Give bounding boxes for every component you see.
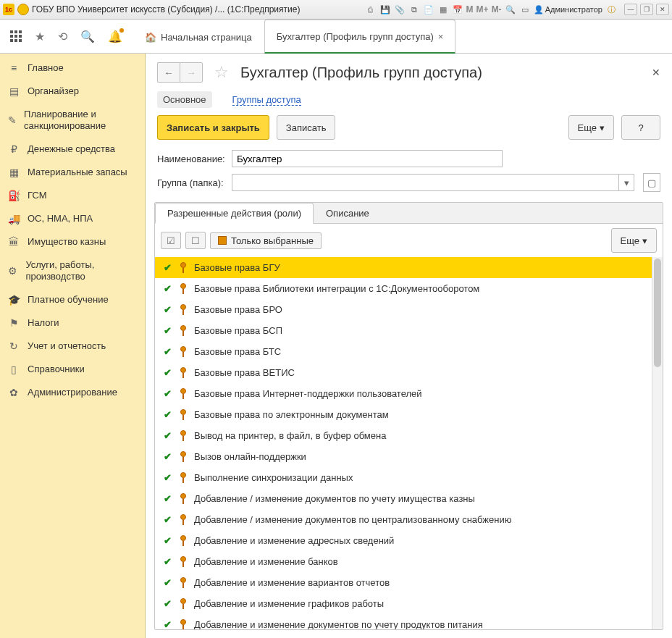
role-label: Добавление / изменение документов по цен…: [194, 514, 511, 525]
forward-button[interactable]: →: [180, 62, 203, 83]
role-row[interactable]: ✔Добавление и изменение вариантов отчето…: [155, 572, 652, 593]
chevron-down-icon[interactable]: ▾: [618, 175, 634, 190]
pin-icon: [180, 325, 187, 336]
sidebar-icon: 🚚: [7, 213, 20, 224]
check-icon: ✔: [162, 346, 172, 357]
role-row[interactable]: ✔Добавление / изменение документов по це…: [155, 509, 652, 530]
role-row[interactable]: ✔Добавление / изменение документов по уч…: [155, 488, 652, 509]
star-icon[interactable]: ★: [35, 30, 45, 43]
sidebar-item-label: Налоги: [28, 317, 59, 329]
tab-close-icon[interactable]: ×: [438, 31, 444, 42]
roles-tab-allowed[interactable]: Разрешенные действия (роли): [155, 203, 314, 224]
calc-m[interactable]: M: [466, 4, 474, 14]
pin-icon: [180, 430, 187, 441]
role-row[interactable]: ✔Вывод на принтер, в файл, в буфер обмен…: [155, 425, 652, 446]
sidebar-item[interactable]: ▯Справочники: [0, 358, 145, 381]
select-all-button[interactable]: ☑: [161, 232, 181, 249]
role-label: Вывод на принтер, в файл, в буфер обмена: [194, 430, 386, 441]
folder-value: [232, 175, 618, 190]
table-icon[interactable]: ▦: [437, 4, 449, 15]
scrollbar-thumb[interactable]: [654, 259, 661, 367]
role-row[interactable]: ✔Базовые права БГУ: [155, 257, 652, 278]
pin-icon: [180, 556, 187, 567]
top-bar: ★ ⟲ 🔍 🔔 🏠 Начальная страница Бухгалтер (…: [0, 20, 672, 54]
sidebar-icon: ↻: [7, 340, 20, 352]
role-label: Базовые права БРО: [194, 304, 282, 315]
sidebar-icon: ▯: [7, 364, 20, 375]
role-row[interactable]: ✔Базовые права БТС: [155, 341, 652, 362]
roles-list: ✔Базовые права БГУ✔Базовые права Библиот…: [155, 257, 663, 629]
calendar-icon[interactable]: 📅: [452, 4, 463, 15]
role-row[interactable]: ✔Добавление и изменение графиков работы: [155, 593, 652, 614]
search-top-icon[interactable]: 🔍: [80, 30, 95, 43]
minimize-button[interactable]: —: [624, 4, 637, 15]
role-row[interactable]: ✔Базовые права по электронным документам: [155, 404, 652, 425]
save-icon[interactable]: 💾: [379, 4, 391, 15]
zoom-icon[interactable]: 🔍: [505, 4, 516, 15]
check-icon: ✔: [162, 262, 172, 273]
subtab-groups[interactable]: Группы доступа: [227, 91, 307, 108]
doc-icon[interactable]: 📄: [423, 4, 434, 15]
sidebar-item[interactable]: ⚙Услуги, работы, производство: [0, 253, 145, 288]
bell-icon[interactable]: 🔔: [108, 30, 122, 43]
role-row[interactable]: ✔Добавление и изменение банков: [155, 551, 652, 572]
roles-tab-desc[interactable]: Описание: [314, 203, 382, 224]
tab-home[interactable]: 🏠 Начальная страница: [133, 20, 264, 53]
role-row[interactable]: ✔Выполнение синхронизации данных: [155, 467, 652, 488]
dropdown-circle-icon[interactable]: [17, 4, 29, 15]
only-selected-button[interactable]: Только выбранные: [210, 232, 322, 249]
open-folder-button[interactable]: ▢: [643, 173, 660, 192]
sidebar-item[interactable]: 🚚ОС, НМА, НПА: [0, 207, 145, 230]
sidebar-item[interactable]: ≡Главное: [0, 56, 145, 80]
restore-button[interactable]: ❐: [640, 4, 653, 15]
favorite-star-icon[interactable]: ☆: [214, 63, 229, 82]
tab-profile[interactable]: Бухгалтер (Профиль групп доступа) ×: [264, 20, 456, 54]
role-row[interactable]: ✔Вызов онлайн-поддержки: [155, 446, 652, 467]
close-window-button[interactable]: ✕: [656, 4, 669, 15]
role-row[interactable]: ✔Базовые права Интернет-поддержки пользо…: [155, 383, 652, 404]
help-button[interactable]: ?: [621, 115, 660, 140]
back-button[interactable]: ←: [157, 62, 180, 83]
sidebar-item-label: Платное обучение: [28, 294, 109, 306]
print-icon[interactable]: ⎙: [365, 4, 377, 15]
sidebar-item[interactable]: 🏛Имущество казны: [0, 230, 145, 253]
sidebar-item[interactable]: ↻Учет и отчетность: [0, 335, 145, 358]
sidebar-item[interactable]: ✎Планирование и санкционирование: [0, 103, 145, 138]
role-row[interactable]: ✔Базовые права БРО: [155, 299, 652, 320]
folder-select[interactable]: ▾: [232, 174, 634, 191]
page-close-button[interactable]: ✕: [652, 67, 660, 78]
sidebar-item[interactable]: ₽Денежные средства: [0, 138, 145, 161]
role-row[interactable]: ✔Добавление и изменение документов по уч…: [155, 614, 652, 629]
calc-m-plus[interactable]: M+: [476, 4, 489, 14]
attach-icon[interactable]: 📎: [394, 4, 406, 15]
apps-icon[interactable]: [10, 30, 22, 42]
name-input[interactable]: [232, 150, 503, 167]
role-row[interactable]: ✔Базовые права БСП: [155, 320, 652, 341]
info-icon[interactable]: ⓘ: [605, 4, 617, 15]
history-icon[interactable]: ⟲: [58, 30, 67, 43]
role-row[interactable]: ✔Добавление и изменение адресных сведени…: [155, 530, 652, 551]
sidebar-item[interactable]: ⛽ГСМ: [0, 184, 145, 207]
compare-icon[interactable]: ⧉: [408, 4, 420, 15]
roles-scrollbar[interactable]: [652, 257, 663, 629]
save-and-close-button[interactable]: Записать и закрыть: [157, 115, 269, 140]
role-row[interactable]: ✔Базовые права Библиотеки интеграции с 1…: [155, 278, 652, 299]
subtab-main[interactable]: Основное: [157, 91, 212, 108]
sidebar-item[interactable]: ⚑Налоги: [0, 311, 145, 335]
sidebar-item[interactable]: 🎓Платное обучение: [0, 288, 145, 311]
more-button[interactable]: Еще▾: [568, 115, 614, 140]
roles-panel: Разрешенные действия (роли) Описание ☑ ☐…: [154, 202, 663, 630]
check-icon: ✔: [162, 598, 172, 609]
calc-icon[interactable]: ▭: [519, 4, 531, 15]
sidebar-icon: 🎓: [7, 294, 20, 306]
sidebar-item[interactable]: ▤Органайзер: [0, 80, 145, 103]
sidebar-item[interactable]: ✿Администрирование: [0, 381, 145, 404]
current-user[interactable]: 👤 Администратор: [534, 5, 602, 14]
save-button[interactable]: Записать: [277, 115, 336, 140]
calc-m-minus[interactable]: M-: [492, 4, 502, 14]
role-label: Базовые права Библиотеки интеграции с 1С…: [194, 283, 479, 294]
deselect-all-button[interactable]: ☐: [185, 232, 206, 249]
role-row[interactable]: ✔Базовые права ВЕТИС: [155, 362, 652, 383]
sidebar-item[interactable]: ▦Материальные запасы: [0, 161, 145, 184]
roles-more-button[interactable]: Еще▾: [611, 228, 657, 253]
